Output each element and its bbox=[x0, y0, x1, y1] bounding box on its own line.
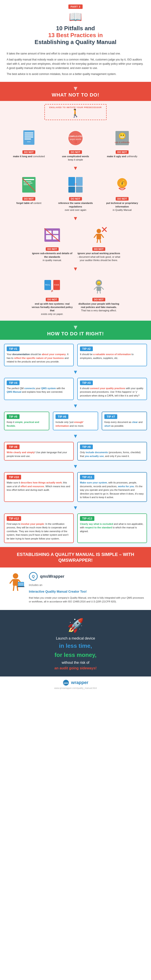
tip-card-3: TIP #3 It should connect your quality pr… bbox=[75, 376, 149, 402]
svg-rect-21 bbox=[68, 186, 75, 192]
donot-desc-complicated: use complicated wordskeep it simple bbox=[54, 155, 97, 162]
donot-practices: DO NOT ignore your actual working practi… bbox=[75, 223, 122, 265]
arrow-icon-2: ▼ bbox=[5, 324, 146, 331]
how-to-section-header: ▼ HOW TO DO IT RIGHT! bbox=[0, 321, 151, 340]
svg-line-51 bbox=[97, 291, 98, 294]
svg-text:💰: 💰 bbox=[119, 180, 126, 186]
tip-number-6: TIP #6 bbox=[56, 414, 68, 419]
svg-line-52 bbox=[100, 291, 100, 294]
footer-logo: wrapper bbox=[71, 680, 88, 685]
donot-desc-long: make it long and convoluted bbox=[7, 155, 51, 158]
tip-card-11: TIP #11 Make sure your system, with its … bbox=[75, 470, 149, 504]
donot-sub-elements: DO NOT ignore sub-elements and details o… bbox=[29, 223, 75, 265]
tip-number-11: TIP #11 bbox=[80, 475, 94, 479]
svg-rect-60 bbox=[17, 586, 24, 587]
donot-label-long: DO NOT bbox=[22, 150, 35, 154]
svg-line-50 bbox=[101, 287, 104, 290]
cta-title: ESTABLISHING A QUALITY MANUAL IS SIMPLE … bbox=[7, 552, 144, 563]
intro-p3: The best advice is to avoid common mista… bbox=[7, 72, 144, 76]
svg-text:QMS: QMS bbox=[64, 682, 68, 684]
donot-label-proprietary: DO NOT bbox=[116, 197, 129, 200]
svg-line-55 bbox=[10, 579, 13, 584]
tip-text-8: Write clearly and simply! Use plain lang… bbox=[7, 450, 71, 458]
tip-card-2: TIP #2 It should be a valuable source of… bbox=[75, 342, 149, 368]
qms-feature: Interactive Quality Manual Creator Too! bbox=[29, 589, 144, 594]
svg-rect-31 bbox=[53, 235, 59, 240]
tip-card-13: TIP #13 Clearly say what is excluded and… bbox=[75, 512, 149, 545]
qms-logo-text: qmsWrapper bbox=[40, 574, 64, 579]
donot-label-two-systems: DO NOT bbox=[46, 298, 59, 301]
tip-text-10: Make sure it describes how things actual… bbox=[7, 481, 71, 492]
tip-card-9: TIP #9 Only include documents (procedure… bbox=[75, 440, 149, 462]
qms-includes: includes an bbox=[29, 583, 144, 587]
svg-line-38 bbox=[100, 239, 100, 243]
svg-rect-48 bbox=[97, 286, 101, 291]
donot-grid: ... DO NOT make it long and convoluted C… bbox=[0, 123, 151, 321]
proprietary-icon: 💰 bbox=[113, 176, 131, 194]
svg-rect-14 bbox=[24, 179, 34, 180]
two-systems-icon: REAL FAKE ≠ bbox=[43, 277, 61, 294]
svg-text:FAKE: FAKE bbox=[54, 284, 59, 286]
svg-line-36 bbox=[101, 234, 104, 238]
svg-line-57 bbox=[13, 586, 14, 591]
donot-label-practices: DO NOT bbox=[92, 247, 105, 251]
svg-rect-3 bbox=[24, 137, 33, 137]
tip-text-2: It should be a valuable source of inform… bbox=[80, 352, 144, 360]
predecessor-banner: ENSLAVED TO IMITATE YOUR PREDECESSOR 🚶 bbox=[0, 101, 151, 123]
tip-number-10: TIP #10 bbox=[7, 475, 21, 479]
donot-desc-table: forget table of content bbox=[7, 202, 51, 205]
tip-number-3: TIP #3 bbox=[80, 380, 93, 385]
disillusion-icon: 😞 bbox=[90, 277, 108, 294]
donot-label-complicated: DO NOT bbox=[69, 150, 82, 154]
tip-number-8: TIP #8 bbox=[7, 444, 19, 449]
tip-number-13: TIP #13 bbox=[80, 516, 94, 521]
donot-desc-ugly: make it ugly and unfriendly bbox=[100, 155, 144, 158]
donot-complicated: COMPLICATED jargon words 🚫 DO NOT use co… bbox=[52, 126, 99, 164]
arrow-down-2: ▼ bbox=[2, 214, 149, 223]
banner-label: ENSLAVED TO IMITATE YOUR PREDECESSOR bbox=[49, 106, 102, 108]
tip-number-9: TIP #9 bbox=[80, 444, 93, 449]
table-content-icon bbox=[20, 176, 38, 194]
arrow-down-3: ▼ bbox=[2, 265, 149, 273]
svg-text:jargon words: jargon words bbox=[70, 138, 81, 140]
tip-text-3: It should connect your quality practices… bbox=[80, 387, 144, 398]
svg-text:Q: Q bbox=[32, 574, 35, 578]
tip-text-6: Include only 'just enough' information a… bbox=[56, 420, 95, 428]
svg-rect-54 bbox=[13, 579, 18, 586]
ugly-document-icon: 😬 ugly & unfriendly bbox=[113, 129, 131, 147]
svg-rect-15 bbox=[24, 181, 31, 182]
arrow-down-blue-4: ▼ bbox=[2, 462, 149, 470]
tip-text-13: Clearly say what is excluded and what is… bbox=[80, 522, 144, 533]
tip-card-7: TIP #7 Keep every document as clear and … bbox=[100, 410, 149, 432]
practices-icon bbox=[90, 226, 108, 244]
part-badge: PART 3 bbox=[68, 5, 83, 9]
donot-label-table: DO NOT bbox=[22, 197, 35, 200]
qms-desc1: that helps you create your company's Qua… bbox=[29, 596, 144, 604]
rocket-person-icon: 🚀 bbox=[67, 617, 84, 633]
svg-text:ugly & unfriendly: ugly & unfriendly bbox=[115, 141, 130, 143]
tip-card-8: TIP #8 Write clearly and simply! Use pla… bbox=[2, 440, 75, 462]
svg-rect-34 bbox=[97, 234, 101, 239]
donot-desc-proprietary: put technical or proprietary information… bbox=[100, 202, 144, 212]
tip-text-12: Find ways to involve your people: In the… bbox=[7, 522, 71, 541]
intro-p2: A bad quality manual that nobody reads o… bbox=[7, 57, 144, 70]
arrow-down-blue-1: ▼ bbox=[2, 368, 149, 376]
tip-card-4: TIP #4 The perfect QM connects your QMS … bbox=[2, 376, 75, 402]
standards-icon: ↔ bbox=[67, 176, 84, 194]
svg-rect-2 bbox=[24, 135, 33, 135]
arrow-icon: ▼ bbox=[5, 85, 146, 92]
donot-desc-disillusion: disillusion your people with having real… bbox=[77, 302, 120, 312]
tip-card-10: TIP #10 Make sure it describes how thing… bbox=[2, 470, 75, 504]
svg-text:...: ... bbox=[27, 138, 30, 143]
how-to-title: HOW TO DO IT RIGHT! bbox=[5, 331, 146, 337]
tip-number-7: TIP #7 bbox=[104, 414, 117, 419]
footer: QMS wrapper www.qmswrapper.com/quality_m… bbox=[0, 676, 151, 692]
arrow-down-blue-3: ▼ bbox=[2, 432, 149, 440]
header: PART 3 📖 10 Pitfalls and 13 Best Practic… bbox=[0, 0, 151, 48]
tip-card-1: TIP #1 Your documentation should be abou… bbox=[2, 342, 75, 368]
donot-disillusion: 😞 DO NOT disillusion your people with ha… bbox=[75, 273, 122, 319]
qms-logo-icon: Q bbox=[29, 572, 38, 581]
sub-elements-icon bbox=[43, 226, 61, 244]
cta-section: ESTABLISHING A QUALITY MANUAL IS SIMPLE … bbox=[0, 547, 151, 568]
bottom-cta: 🚀 Launch a medical device in less time, … bbox=[0, 610, 151, 676]
